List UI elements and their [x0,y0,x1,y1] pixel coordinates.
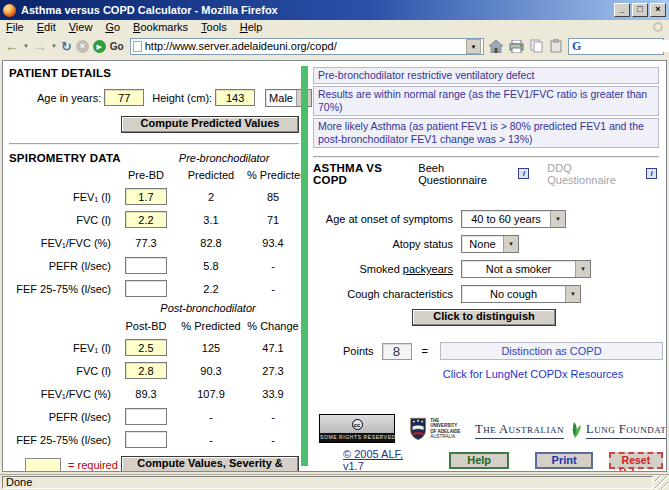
vertical-divider [301,66,308,466]
atopy-status-select[interactable]: None ▼ [461,235,519,253]
points-input[interactable] [382,343,412,360]
status-bar: Done [0,474,669,490]
pre-fvc-input[interactable] [125,211,167,228]
url-input[interactable] [145,40,463,53]
post-fev1-predicted: 125 [175,342,247,354]
search-bar[interactable]: G [568,38,664,55]
table-row: FVC (l) 90.3 27.3 [9,359,299,382]
row-label: FVC (l) [9,214,117,226]
height-label: Height (cm): [152,92,212,104]
help-button[interactable]: Help [449,452,510,469]
pre-fvc-predicted: 3.1 [175,214,247,226]
click-to-distinguish-button[interactable]: Click to distinguish [412,309,556,326]
copy-icon[interactable] [528,38,544,54]
info-icon[interactable]: i [646,168,657,179]
menu-help[interactable]: Help [240,21,263,33]
pre-bronchodilator-heading: Pre-bronchodilator [179,152,270,165]
reset-values-button[interactable]: Reset Values [609,452,663,469]
throbber-icon [653,22,663,32]
print-page-button[interactable]: Print [535,452,592,469]
post-fef-input[interactable] [125,431,167,448]
leaf-icon [567,419,583,439]
pre-ratio-value: 77.3 [117,237,175,249]
result-messages: Pre-bronchodilator restrictive ventilato… [313,67,663,148]
pre-pefr-predicted: 5.8 [175,260,247,272]
chevron-down-icon: ▼ [575,261,590,277]
close-button[interactable]: × [650,3,666,17]
table-row: FEV₁/FVC (%) 89.3 107.9 33.9 [9,382,299,405]
maximize-button[interactable]: □ [632,3,648,17]
copyright-link[interactable]: © 2005 ALF, v1.7 [343,448,409,472]
cough-select[interactable]: No cough ▼ [461,285,581,303]
paste-icon[interactable] [548,38,564,54]
minimize-button[interactable]: _ [614,3,630,17]
age-onset-select[interactable]: 40 to 60 years ▼ [461,210,566,228]
browser-viewport: PATIENT DETAILS Age in years: Height (cm… [0,58,669,474]
post-pefr-predicted: - [175,411,247,423]
university-name: THE UNIVERSITY OF ADELAIDE AUSTRALIA [430,418,461,440]
col-predicted: Predicted [175,169,247,181]
forward-button[interactable]: → [33,39,47,53]
beeh-questionnaire-link[interactable]: Beeh Questionnaire i [418,162,529,186]
resize-grip[interactable] [655,476,668,489]
patient-inputs-row: Age in years: Height (cm): Male ▼ [9,88,299,107]
post-pefr-pct: - [247,411,299,423]
stop-button[interactable]: × [76,40,89,53]
creative-commons-badge: cc SOME RIGHTS RESERVED [319,414,395,443]
chevron-down-icon: ▼ [565,286,580,302]
compute-values-button[interactable]: Compute Values, Severity & Diagnosis [121,456,299,472]
row-label: FVC (l) [9,365,117,377]
pre-ratio-predicted: 82.8 [175,237,247,249]
back-dropdown-icon[interactable]: ▼ [23,43,29,49]
lungnet-resources-link[interactable]: Click for LungNet COPDx Resources [443,368,623,380]
ddq-questionnaire-link[interactable]: DDQ Questionnaire i [547,162,657,186]
table-row: FEV₁/FVC (%) 77.3 82.8 93.4 [9,231,299,254]
packyears-link[interactable]: packyears [403,263,453,275]
post-fvc-pct: 27.3 [247,365,299,377]
search-input[interactable] [583,40,669,52]
pre-fvc-pct: 71 [247,214,299,226]
menu-bookmarks[interactable]: Bookmarks [133,21,188,33]
equals-sign: = [422,345,428,357]
sex-selected-value: Male [266,90,296,106]
pre-pefr-input[interactable] [125,257,167,274]
pre-fev1-input[interactable] [125,188,167,205]
distinction-result: Distinction as COPD [440,342,663,360]
menu-tools[interactable]: Tools [201,21,227,33]
post-fef-pct: - [247,434,299,446]
pre-fef-input[interactable] [125,280,167,297]
go-button[interactable]: ▶ [93,40,106,53]
compute-predicted-button[interactable]: Compute Predicted Values [121,116,299,133]
url-bar[interactable]: ▼ [130,38,484,55]
packyears-select[interactable]: Not a smoker ▼ [461,260,591,278]
form-row: Atopy status None ▼ [313,234,663,254]
message-normal-range: Results are within normal range (as the … [313,86,659,116]
post-pefr-input[interactable] [125,408,167,425]
forward-dropdown-icon[interactable]: ▼ [51,43,57,49]
table-row: FEF 25-75% (l/sec) - - [9,428,299,451]
menu-edit[interactable]: Edit [37,21,56,33]
message-restrictive-defect: Pre-bronchodilator restrictive ventilato… [313,67,659,84]
home-button[interactable] [488,38,504,54]
age-input[interactable] [104,89,144,106]
post-fvc-input[interactable] [125,362,167,379]
cc-logo-icon: cc [320,415,394,433]
url-dropdown-button[interactable]: ▼ [466,39,481,54]
print-button[interactable] [508,38,524,54]
post-fev1-input[interactable] [125,339,167,356]
menu-go[interactable]: Go [105,21,120,33]
info-icon[interactable]: i [518,168,529,179]
height-input[interactable] [215,89,255,106]
pre-fev1-predicted: 2 [175,191,247,203]
row-label: FEF 25-75% (l/sec) [9,434,117,446]
menu-view[interactable]: View [69,21,93,33]
required-label: = required [68,459,118,471]
page: PATIENT DETAILS Age in years: Height (cm… [2,60,667,472]
reload-button[interactable]: ↻ [61,39,72,54]
pre-fev1-pct: 85 [247,191,299,203]
menu-file[interactable]: File [6,21,24,33]
points-label: Points [343,345,374,357]
cough-selected-value: No cough [462,286,565,302]
back-button[interactable]: ← [5,39,19,53]
pre-fef-pct: - [247,283,299,295]
